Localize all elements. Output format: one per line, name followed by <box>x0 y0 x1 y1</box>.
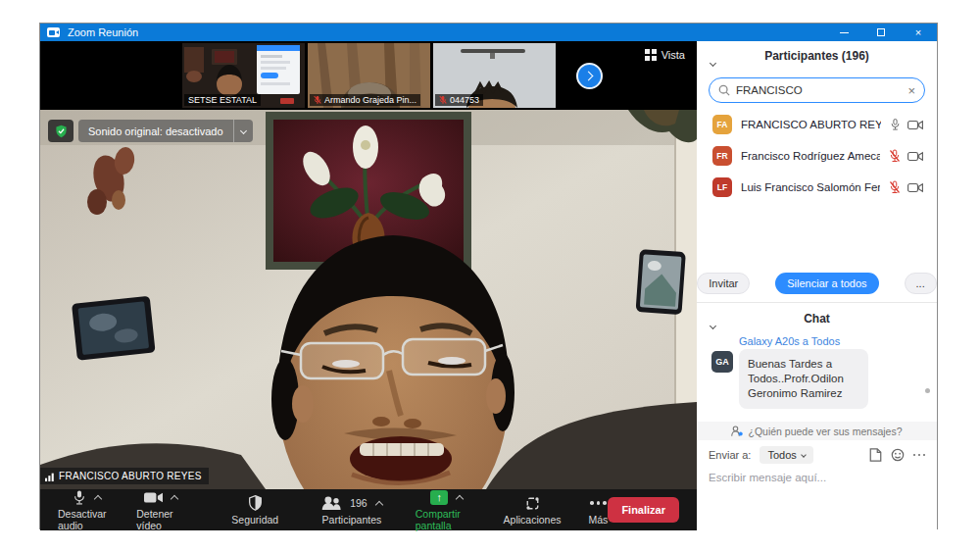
mic-muted-icon <box>889 180 901 194</box>
participants-options-chevron[interactable] <box>374 500 382 508</box>
share-screen-button[interactable]: ↑ Compartir pantalla <box>416 489 478 531</box>
end-meeting-button[interactable]: Finalizar <box>608 497 679 523</box>
share-screen-label: Compartir pantalla <box>416 508 478 531</box>
participants-icon <box>321 496 341 510</box>
mute-audio-label: Desactivar audio <box>58 508 115 531</box>
search-icon <box>718 84 730 96</box>
invite-button[interactable]: Invitar <box>697 273 750 294</box>
thumbnail-setse-estatal[interactable]: SETSE ESTATAL <box>182 43 305 108</box>
sound-dropdown-button[interactable] <box>233 120 253 142</box>
main-speaker-video: Sonido original: desactivado FRANCISCO A… <box>40 110 697 489</box>
grid-view-icon <box>645 49 657 61</box>
send-to-value: Todos <box>767 449 796 461</box>
chat-privacy-note: ¿Quién puede ver sus mensajes? <box>748 426 902 437</box>
file-attach-icon[interactable] <box>869 448 882 462</box>
apps-icon <box>525 496 540 511</box>
participant-row[interactable]: LF Luis Francisco Salomón Fernández <box>697 175 937 200</box>
mic-on-icon <box>890 118 901 131</box>
thumbnail-044753[interactable]: 044753 <box>433 43 556 108</box>
maximize-button[interactable] <box>862 24 900 41</box>
participant-name: FRANCISCO ABURTO REYES <box>741 119 881 130</box>
participants-count-badge: 196 <box>350 497 368 509</box>
send-to-label: Enviar a: <box>709 449 751 461</box>
video-options-chevron[interactable] <box>171 494 178 502</box>
avatar: LF <box>712 177 732 197</box>
mute-all-button[interactable]: Silenciar a todos <box>775 273 878 294</box>
active-speaker-name-tag: FRANCISCO ABURTO REYES <box>40 468 209 484</box>
chat-avatar: GA <box>711 351 733 373</box>
mute-audio-button[interactable]: Desactivar audio <box>58 489 115 531</box>
camera-on-icon <box>907 182 923 193</box>
emoji-icon[interactable] <box>891 448 905 462</box>
security-label: Seguridad <box>231 514 278 526</box>
view-label: Vista <box>662 49 685 61</box>
titlebar: Zoom Reunión × <box>40 24 937 41</box>
clear-search-icon[interactable]: × <box>907 83 915 98</box>
chat-panel-title: Chat <box>697 312 937 326</box>
original-sound-label: Sonido original: desactivado <box>78 125 233 137</box>
minimize-button[interactable] <box>825 24 862 41</box>
stop-video-button[interactable]: Detener vídeo <box>136 489 184 531</box>
more-button[interactable]: Más <box>589 495 609 526</box>
camera-on-icon <box>907 120 923 130</box>
participants-panel-title: Participantes (196) <box>697 49 937 63</box>
chat-more-icon[interactable] <box>913 454 926 457</box>
apps-button[interactable]: Aplicaciones <box>504 495 562 526</box>
muted-mic-icon <box>314 95 321 105</box>
participant-row[interactable]: FR Francisco Rodríguez Ameca <box>697 143 937 169</box>
chat-scrollbar-thumb[interactable] <box>925 388 930 393</box>
thumbnail-name: Armando Grajeda Pin... <box>324 95 416 105</box>
participants-search-input[interactable] <box>736 84 902 96</box>
participants-more-button[interactable]: ... <box>905 273 937 294</box>
participant-name: Francisco Rodríguez Ameca <box>741 150 880 162</box>
microphone-icon <box>73 489 86 506</box>
mic-muted-icon <box>889 149 901 163</box>
side-panel: Participantes (196) × FA FRANCISCO ABURT… <box>697 41 937 530</box>
more-label: Más <box>589 514 609 526</box>
avatar: FA <box>712 115 732 134</box>
window-title: Zoom Reunión <box>68 26 138 38</box>
apps-label: Aplicaciones <box>504 514 562 526</box>
chat-message-bubble: Buenas Tardes a Todos..Profr.Odilon Gero… <box>739 349 868 409</box>
more-dots-icon <box>590 496 607 511</box>
participant-name: Luis Francisco Salomón Fernández <box>741 181 880 193</box>
security-icon <box>248 495 263 511</box>
participants-label: Participantes <box>322 514 382 526</box>
next-page-button[interactable] <box>576 63 603 89</box>
video-camera-icon <box>144 491 163 504</box>
send-to-dropdown[interactable]: Todos <box>760 446 812 464</box>
privacy-person-icon <box>731 426 743 436</box>
participant-row[interactable]: FA FRANCISCO ABURTO REYES <box>697 112 937 137</box>
thumbnail-name: 044753 <box>450 95 479 105</box>
original-sound-control[interactable]: Sonido original: desactivado <box>48 120 253 142</box>
security-shield-icon <box>55 125 68 138</box>
close-button[interactable]: × <box>900 24 937 41</box>
camera-on-icon <box>907 151 923 162</box>
audio-options-chevron[interactable] <box>93 494 101 502</box>
security-button[interactable]: Seguridad <box>231 495 278 526</box>
chat-sender-line: Galaxy A20s a Todos <box>739 335 840 347</box>
participants-search-box[interactable]: × <box>709 77 925 103</box>
chat-privacy-bar: ¿Quién puede ver sus mensajes? <box>697 422 937 440</box>
speaker-name: FRANCISCO ABURTO REYES <box>59 471 202 481</box>
share-screen-icon: ↑ <box>430 490 448 505</box>
zoom-camera-icon <box>47 27 60 37</box>
meeting-toolbar: Desactivar audio Detener vídeo Seguridad… <box>40 489 697 530</box>
signal-bars-icon <box>45 472 55 481</box>
muted-mic-icon <box>439 95 447 105</box>
panel-divider <box>697 302 937 303</box>
view-button[interactable]: Vista <box>645 49 685 61</box>
speaker-video-scene <box>40 110 697 489</box>
chat-message-input[interactable] <box>709 472 924 483</box>
thumbnail-armando-grajeda[interactable]: Armando Grajeda Pin... <box>308 43 430 108</box>
stop-video-label: Detener vídeo <box>136 508 184 531</box>
video-thumbnail-strip: SETSE ESTATAL <box>40 41 697 110</box>
avatar: FR <box>712 146 732 166</box>
thumbnail-name: SETSE ESTATAL <box>188 95 257 105</box>
share-options-chevron[interactable] <box>456 494 464 502</box>
participants-button[interactable]: 196 Participantes <box>321 495 382 526</box>
zoom-window: Zoom Reunión × <box>39 23 938 529</box>
